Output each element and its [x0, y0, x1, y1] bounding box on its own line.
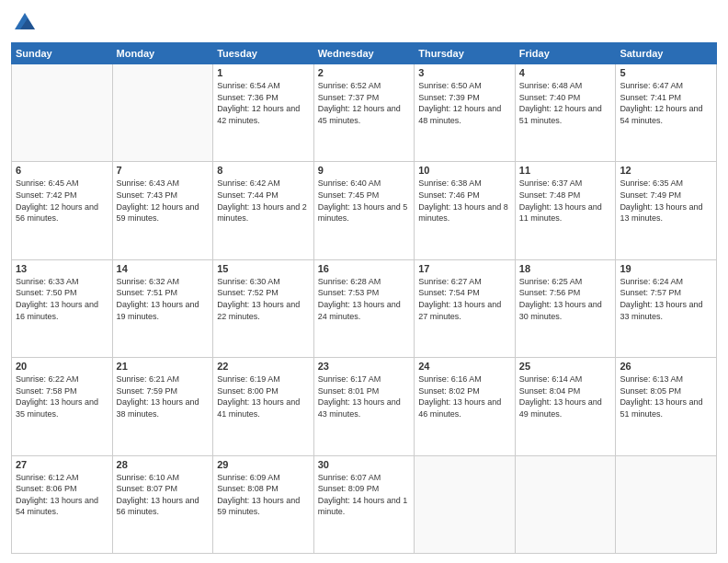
day-number: 11: [519, 165, 612, 176]
calendar-cell: 8Sunrise: 6:42 AM Sunset: 7:44 PM Daylig…: [213, 162, 314, 259]
calendar-cell: 9Sunrise: 6:40 AM Sunset: 7:45 PM Daylig…: [313, 162, 415, 259]
day-info: Sunrise: 6:07 AM Sunset: 8:09 PM Dayligh…: [318, 472, 411, 518]
day-number: 8: [217, 165, 310, 176]
calendar-cell: [415, 455, 516, 553]
calendar-cell: [515, 455, 616, 553]
calendar-cell: 11Sunrise: 6:37 AM Sunset: 7:48 PM Dayli…: [515, 162, 616, 259]
calendar-cell: 15Sunrise: 6:30 AM Sunset: 7:52 PM Dayli…: [213, 259, 314, 357]
week-row-2: 6Sunrise: 6:45 AM Sunset: 7:42 PM Daylig…: [12, 162, 717, 259]
day-number: 17: [418, 263, 511, 274]
logo-icon: [11, 9, 39, 37]
day-info: Sunrise: 6:16 AM Sunset: 8:02 PM Dayligh…: [418, 373, 511, 419]
day-number: 29: [217, 459, 310, 470]
weekday-header-row: SundayMondayTuesdayWednesdayThursdayFrid…: [12, 43, 717, 64]
day-number: 4: [519, 67, 612, 78]
weekday-header-saturday: Saturday: [616, 43, 717, 64]
calendar-cell: [616, 455, 717, 553]
day-number: 20: [16, 361, 108, 372]
calendar-cell: [112, 64, 213, 162]
calendar-cell: 16Sunrise: 6:28 AM Sunset: 7:53 PM Dayli…: [313, 259, 415, 357]
day-info: Sunrise: 6:38 AM Sunset: 7:46 PM Dayligh…: [418, 178, 511, 224]
calendar-cell: 27Sunrise: 6:12 AM Sunset: 8:06 PM Dayli…: [12, 455, 113, 553]
day-info: Sunrise: 6:24 AM Sunset: 7:57 PM Dayligh…: [620, 276, 712, 322]
day-info: Sunrise: 6:52 AM Sunset: 7:37 PM Dayligh…: [318, 80, 411, 126]
calendar-cell: 18Sunrise: 6:25 AM Sunset: 7:56 PM Dayli…: [515, 259, 616, 357]
calendar-cell: 21Sunrise: 6:21 AM Sunset: 7:59 PM Dayli…: [112, 358, 213, 455]
calendar-cell: [12, 64, 113, 162]
day-number: 16: [318, 263, 411, 274]
weekday-header-wednesday: Wednesday: [313, 43, 415, 64]
day-number: 3: [418, 67, 511, 78]
day-info: Sunrise: 6:19 AM Sunset: 8:00 PM Dayligh…: [217, 373, 310, 419]
day-number: 27: [16, 459, 108, 470]
day-info: Sunrise: 6:40 AM Sunset: 7:45 PM Dayligh…: [318, 178, 411, 224]
day-number: 6: [16, 165, 108, 176]
logo: [11, 9, 42, 37]
day-number: 23: [318, 361, 411, 372]
calendar-cell: 1Sunrise: 6:54 AM Sunset: 7:36 PM Daylig…: [213, 64, 314, 162]
day-number: 10: [418, 165, 511, 176]
day-info: Sunrise: 6:25 AM Sunset: 7:56 PM Dayligh…: [519, 276, 612, 322]
day-number: 13: [16, 263, 108, 274]
day-info: Sunrise: 6:12 AM Sunset: 8:06 PM Dayligh…: [16, 472, 108, 518]
calendar-cell: 17Sunrise: 6:27 AM Sunset: 7:54 PM Dayli…: [415, 259, 516, 357]
week-row-5: 27Sunrise: 6:12 AM Sunset: 8:06 PM Dayli…: [12, 455, 717, 553]
calendar-cell: 22Sunrise: 6:19 AM Sunset: 8:00 PM Dayli…: [213, 358, 314, 455]
day-info: Sunrise: 6:14 AM Sunset: 8:04 PM Dayligh…: [519, 373, 612, 419]
weekday-header-monday: Monday: [112, 43, 213, 64]
calendar-cell: 24Sunrise: 6:16 AM Sunset: 8:02 PM Dayli…: [415, 358, 516, 455]
calendar-cell: 25Sunrise: 6:14 AM Sunset: 8:04 PM Dayli…: [515, 358, 616, 455]
calendar-cell: 2Sunrise: 6:52 AM Sunset: 7:37 PM Daylig…: [313, 64, 415, 162]
calendar-cell: 19Sunrise: 6:24 AM Sunset: 7:57 PM Dayli…: [616, 259, 717, 357]
calendar-cell: 13Sunrise: 6:33 AM Sunset: 7:50 PM Dayli…: [12, 259, 113, 357]
day-info: Sunrise: 6:43 AM Sunset: 7:43 PM Dayligh…: [117, 178, 210, 224]
week-row-4: 20Sunrise: 6:22 AM Sunset: 7:58 PM Dayli…: [12, 358, 717, 455]
calendar-cell: 28Sunrise: 6:10 AM Sunset: 8:07 PM Dayli…: [112, 455, 213, 553]
day-info: Sunrise: 6:32 AM Sunset: 7:51 PM Dayligh…: [117, 276, 210, 322]
calendar-cell: 14Sunrise: 6:32 AM Sunset: 7:51 PM Dayli…: [112, 259, 213, 357]
day-info: Sunrise: 6:17 AM Sunset: 8:01 PM Dayligh…: [318, 373, 411, 419]
day-info: Sunrise: 6:54 AM Sunset: 7:36 PM Dayligh…: [217, 80, 310, 126]
day-info: Sunrise: 6:42 AM Sunset: 7:44 PM Dayligh…: [217, 178, 310, 224]
day-info: Sunrise: 6:48 AM Sunset: 7:40 PM Dayligh…: [519, 80, 612, 126]
day-info: Sunrise: 6:21 AM Sunset: 7:59 PM Dayligh…: [117, 373, 210, 419]
calendar-table: SundayMondayTuesdayWednesdayThursdayFrid…: [11, 42, 717, 554]
day-number: 14: [117, 263, 210, 274]
day-info: Sunrise: 6:30 AM Sunset: 7:52 PM Dayligh…: [217, 276, 310, 322]
weekday-header-thursday: Thursday: [415, 43, 516, 64]
day-info: Sunrise: 6:50 AM Sunset: 7:39 PM Dayligh…: [418, 80, 511, 126]
calendar-cell: 3Sunrise: 6:50 AM Sunset: 7:39 PM Daylig…: [415, 64, 516, 162]
calendar-cell: 12Sunrise: 6:35 AM Sunset: 7:49 PM Dayli…: [616, 162, 717, 259]
calendar-cell: 5Sunrise: 6:47 AM Sunset: 7:41 PM Daylig…: [616, 64, 717, 162]
day-number: 24: [418, 361, 511, 372]
week-row-3: 13Sunrise: 6:33 AM Sunset: 7:50 PM Dayli…: [12, 259, 717, 357]
day-info: Sunrise: 6:45 AM Sunset: 7:42 PM Dayligh…: [16, 178, 108, 224]
day-info: Sunrise: 6:37 AM Sunset: 7:48 PM Dayligh…: [519, 178, 612, 224]
day-info: Sunrise: 6:27 AM Sunset: 7:54 PM Dayligh…: [418, 276, 511, 322]
day-number: 2: [318, 67, 411, 78]
day-info: Sunrise: 6:35 AM Sunset: 7:49 PM Dayligh…: [620, 178, 712, 224]
page: SundayMondayTuesdayWednesdayThursdayFrid…: [0, 0, 728, 563]
day-number: 26: [620, 361, 712, 372]
calendar-cell: 23Sunrise: 6:17 AM Sunset: 8:01 PM Dayli…: [313, 358, 415, 455]
day-info: Sunrise: 6:22 AM Sunset: 7:58 PM Dayligh…: [16, 373, 108, 419]
calendar-cell: 4Sunrise: 6:48 AM Sunset: 7:40 PM Daylig…: [515, 64, 616, 162]
day-number: 9: [318, 165, 411, 176]
day-number: 15: [217, 263, 310, 274]
header: [11, 9, 717, 37]
weekday-header-friday: Friday: [515, 43, 616, 64]
day-number: 25: [519, 361, 612, 372]
calendar-cell: 20Sunrise: 6:22 AM Sunset: 7:58 PM Dayli…: [12, 358, 113, 455]
weekday-header-tuesday: Tuesday: [213, 43, 314, 64]
day-number: 18: [519, 263, 612, 274]
calendar-cell: 7Sunrise: 6:43 AM Sunset: 7:43 PM Daylig…: [112, 162, 213, 259]
calendar-cell: 10Sunrise: 6:38 AM Sunset: 7:46 PM Dayli…: [415, 162, 516, 259]
day-info: Sunrise: 6:10 AM Sunset: 8:07 PM Dayligh…: [117, 472, 210, 518]
day-number: 21: [117, 361, 210, 372]
calendar-cell: 29Sunrise: 6:09 AM Sunset: 8:08 PM Dayli…: [213, 455, 314, 553]
calendar-cell: 26Sunrise: 6:13 AM Sunset: 8:05 PM Dayli…: [616, 358, 717, 455]
day-number: 1: [217, 67, 310, 78]
day-info: Sunrise: 6:13 AM Sunset: 8:05 PM Dayligh…: [620, 373, 712, 419]
day-info: Sunrise: 6:47 AM Sunset: 7:41 PM Dayligh…: [620, 80, 712, 126]
day-number: 19: [620, 263, 712, 274]
